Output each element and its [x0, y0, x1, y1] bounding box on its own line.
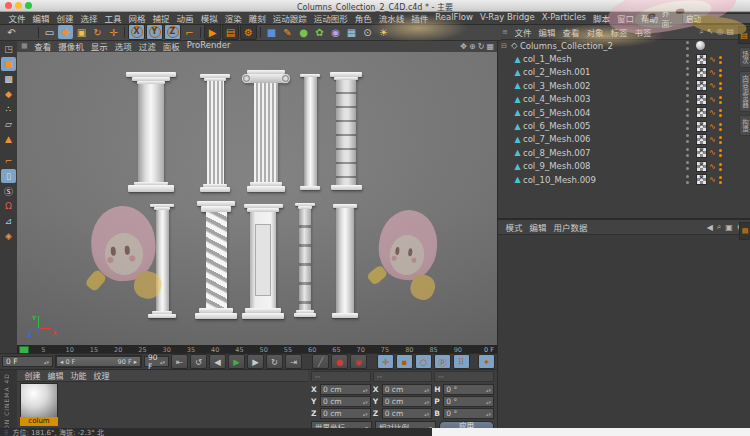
polygons-mode-icon[interactable]: ▲	[1, 132, 16, 146]
menu-item-5[interactable]: 网格	[125, 12, 149, 24]
edges-mode-icon[interactable]: ▱	[1, 117, 16, 131]
side-tab-1[interactable]: 内容浏览器	[739, 71, 750, 112]
model-mode-icon[interactable]: ■	[1, 57, 16, 71]
preview-range-slider[interactable]: ◂ 0 F 90 F ▸	[55, 355, 142, 368]
material-tag-icon[interactable]	[696, 41, 705, 50]
coord-field[interactable]: 0 cm▴▾	[382, 384, 433, 395]
viewport-menu-item-1[interactable]: 摄像机	[55, 40, 88, 52]
coord-header-0[interactable]: --	[311, 371, 371, 382]
material-name[interactable]: colum	[20, 417, 58, 426]
coord-system-icon[interactable]: ⌐	[182, 25, 197, 39]
make-editable-icon[interactable]: ◳	[1, 42, 16, 56]
goto-end-button[interactable]: ⇥	[285, 354, 302, 369]
coord-field[interactable]: 0 °▴▾	[443, 408, 494, 419]
object-name[interactable]: col_5_Mesh.004	[523, 108, 590, 118]
object-row-root[interactable]: ⊟◇Columns_Collection_2	[498, 39, 738, 52]
pan-view-icon[interactable]: ✥	[460, 42, 467, 51]
primitive-cube-icon[interactable]: ■	[264, 25, 279, 39]
display-tag-icon[interactable]	[696, 107, 707, 118]
record-parameter-toggle[interactable]: Ⓟ	[434, 354, 451, 369]
selection-tag-icon[interactable]	[718, 162, 723, 171]
next-frame-button[interactable]: ▶	[247, 354, 264, 369]
light-icon[interactable]: ☀	[376, 25, 391, 39]
visibility-dots[interactable]	[685, 94, 690, 104]
viewport-menu-item-6[interactable]: ProRender	[183, 40, 234, 52]
y-axis-toggle[interactable]: Y	[146, 24, 163, 40]
material-menu-item-2[interactable]: 功能	[67, 370, 90, 381]
selection-tag-icon[interactable]	[718, 148, 723, 157]
object-name[interactable]: col_10_Mesh.009	[523, 175, 596, 185]
visibility-dots[interactable]	[685, 41, 690, 51]
object-row[interactable]: ▲col_8_Mesh.007∿	[498, 146, 738, 159]
am-menu-item-1[interactable]: 编辑	[526, 221, 550, 233]
menu-item-21[interactable]: 帮助	[638, 12, 662, 24]
play-button[interactable]: ▶	[228, 354, 245, 369]
selection-tag-icon[interactable]	[718, 95, 723, 104]
phong-tag-icon[interactable]: ∿	[709, 122, 716, 131]
column-object-6[interactable]	[132, 204, 192, 318]
end-frame-field[interactable]: 90 F▴▾	[144, 356, 169, 367]
menu-item-14[interactable]: 流水线	[375, 12, 408, 24]
points-mode-icon[interactable]: ∴	[1, 102, 16, 116]
volume-icon[interactable]: ◉	[328, 25, 343, 39]
visibility-dots[interactable]	[685, 67, 690, 77]
viewport-menu-item-5[interactable]: 面板	[159, 40, 183, 52]
object-name[interactable]: col_4_Mesh.003	[523, 94, 590, 104]
snap-s-icon[interactable]: Ⓢ	[1, 184, 16, 198]
display-tag-icon[interactable]	[696, 67, 707, 78]
menu-item-11[interactable]: 运动跟踪	[269, 12, 310, 24]
coord-field[interactable]: 0 cm▴▾	[320, 384, 371, 395]
viewport-menu-item-2[interactable]: 显示	[87, 40, 111, 52]
menu-item-18[interactable]: X-Particles	[538, 12, 589, 24]
om-menu-item-0[interactable]: 文件	[511, 26, 535, 38]
menu-item-3[interactable]: 选择	[77, 12, 101, 24]
phong-tag-icon[interactable]: ∿	[709, 108, 716, 117]
visibility-dots[interactable]	[685, 81, 690, 91]
toggle-view-icon[interactable]: ▦	[486, 42, 494, 51]
display-tag-icon[interactable]	[696, 80, 707, 91]
lock-workplane-icon[interactable]: ◈	[1, 229, 16, 243]
selection-tag-icon[interactable]	[718, 135, 723, 144]
x-axis-toggle[interactable]: X	[128, 24, 145, 40]
display-tag-icon[interactable]	[696, 161, 707, 172]
am-side-tab-icon[interactable]: ▤	[739, 222, 750, 240]
object-name[interactable]: Columns_Collection_2	[520, 41, 613, 51]
menu-item-8[interactable]: 模拟	[197, 12, 221, 24]
phong-tag-icon[interactable]: ∿	[709, 55, 716, 64]
expand-icon[interactable]: ⊟	[501, 42, 507, 50]
menu-item-10[interactable]: 雕刻	[245, 12, 269, 24]
record-rotation-toggle[interactable]: ○	[415, 354, 432, 369]
previous-key-button[interactable]: ↺	[190, 354, 207, 369]
display-tag-icon[interactable]	[696, 174, 707, 185]
z-axis-toggle[interactable]: Z	[164, 24, 181, 40]
am-search-icon[interactable]: ⌕	[717, 222, 721, 232]
phong-tag-icon[interactable]: ∿	[709, 68, 716, 77]
workplane-snap-icon[interactable]: ⊿	[1, 214, 16, 228]
coord-field[interactable]: 0 cm▴▾	[320, 408, 371, 419]
visibility-dots[interactable]	[685, 148, 690, 158]
display-tag-icon[interactable]	[696, 134, 707, 145]
texture-mode-icon[interactable]: ▩	[1, 72, 16, 86]
display-tag-icon[interactable]	[696, 94, 707, 105]
object-name[interactable]: col_1_Mesh	[523, 54, 572, 64]
recent-tool-slot[interactable]	[20, 25, 35, 39]
visibility-dots[interactable]	[685, 134, 690, 144]
viewport-menu-item-3[interactable]: 选项	[111, 40, 135, 52]
magnet-snap-icon[interactable]: Ω	[1, 199, 16, 213]
om-menu-item-2[interactable]: 查看	[559, 26, 583, 38]
am-menu-item-0[interactable]: 模式	[502, 221, 526, 233]
mograph-icon[interactable]: ✿	[312, 25, 327, 39]
menu-item-9[interactable]: 渲染	[221, 12, 245, 24]
zoom-view-icon[interactable]: ⊕	[469, 42, 476, 51]
scale-icon[interactable]: ▣	[74, 25, 89, 39]
om-menu-item-4[interactable]: 标签	[607, 26, 631, 38]
object-row[interactable]: ▲col_1_Mesh∿	[498, 52, 738, 65]
phong-tag-icon[interactable]: ∿	[709, 95, 716, 104]
side-tab-0[interactable]: 场次	[739, 47, 750, 68]
om-menu-item-3[interactable]: 对象	[583, 26, 607, 38]
keyframe-record-button[interactable]: ●	[331, 354, 348, 369]
coord-field[interactable]: 0 cm▴▾	[382, 408, 433, 419]
material-menu-item-3[interactable]: 纹理	[90, 370, 113, 381]
om-panel-icon[interactable]: ≡	[502, 28, 508, 36]
menu-item-19[interactable]: 脚本	[590, 12, 614, 24]
